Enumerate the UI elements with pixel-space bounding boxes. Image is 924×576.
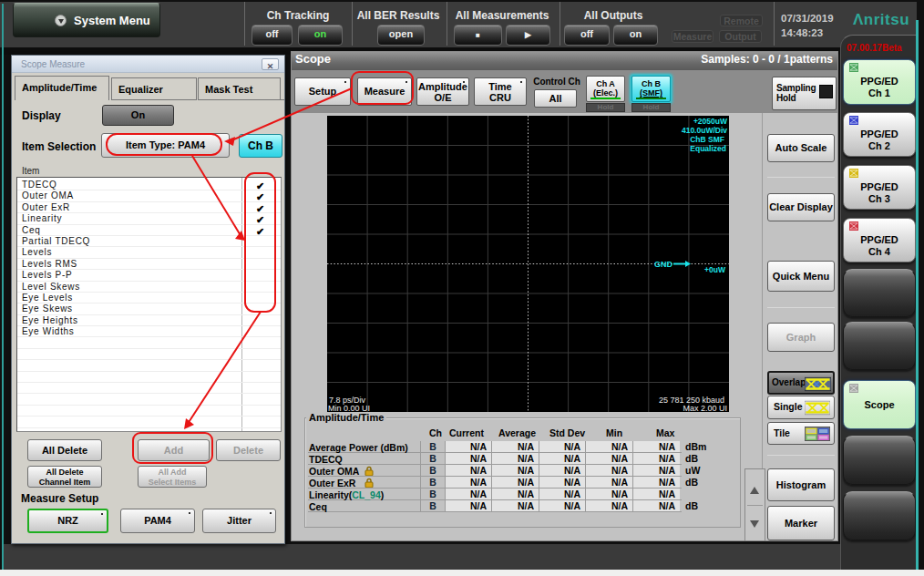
- svg-text:GND: GND: [654, 260, 673, 269]
- svg-text:Equalized: Equalized: [690, 144, 726, 153]
- svg-text:Min 0.00 UI: Min 0.00 UI: [328, 404, 370, 412]
- svg-text:+0uW: +0uW: [704, 265, 726, 274]
- svg-text:ChB SMF: ChB SMF: [690, 135, 724, 144]
- svg-text:410.0uW/Div: 410.0uW/Div: [682, 126, 727, 135]
- svg-text:+2050uW: +2050uW: [693, 117, 728, 126]
- svg-text:Max 2.00 UI: Max 2.00 UI: [683, 404, 727, 412]
